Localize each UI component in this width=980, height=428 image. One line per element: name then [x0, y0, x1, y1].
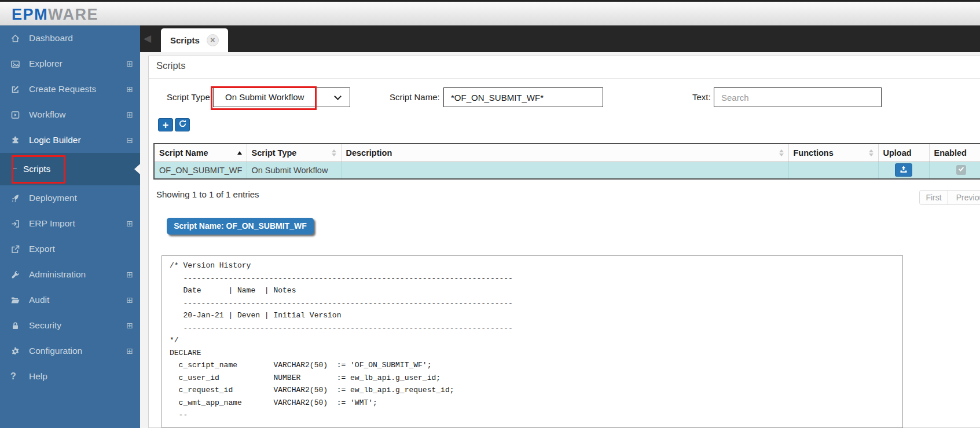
- folder-open-icon: [10, 295, 21, 305]
- expand-icon[interactable]: ⊞: [126, 85, 133, 94]
- table-header-row: Script Name Script Type Description Func…: [154, 144, 980, 162]
- close-icon[interactable]: ×: [207, 34, 219, 46]
- epmware-logo: EPMWARE: [12, 6, 98, 24]
- sidebar-item-label: Dashboard: [29, 33, 73, 43]
- scripts-panel: Scripts Script Type: On Submit Workflow …: [148, 56, 980, 428]
- collapse-icon[interactable]: ⊟: [126, 136, 133, 145]
- gear-icon: [10, 346, 21, 356]
- cell-functions: [788, 162, 878, 179]
- tab-bar: ◀ Scripts ×: [140, 25, 980, 52]
- edit-icon: [10, 85, 21, 94]
- cell-script-name: OF_ON_SUBMIT_WF: [154, 162, 247, 179]
- column-header-upload: Upload: [878, 144, 929, 162]
- sidebar-item-label: ERP Import: [29, 218, 75, 229]
- sidebar-item-workflow[interactable]: Workflow ⊞: [0, 102, 140, 127]
- enabled-checkbox: [956, 165, 966, 175]
- script-code-editor[interactable]: /* Version History ---------------------…: [162, 256, 902, 428]
- column-header-description[interactable]: Description: [341, 144, 788, 162]
- sidebar-item-label: Help: [29, 371, 47, 382]
- sort-both-icon: [332, 149, 336, 156]
- script-type-label: Script Type:: [167, 87, 212, 107]
- expand-icon[interactable]: ⊞: [126, 321, 133, 330]
- question-icon: ?: [10, 372, 21, 382]
- logo-secondary: WARE: [48, 6, 98, 23]
- sidebar-item-administration[interactable]: Administration ⊞: [0, 262, 140, 287]
- lock-icon: [10, 321, 21, 331]
- sidebar-item-label: Administration: [29, 269, 86, 280]
- sidebar-item-deployment[interactable]: Deployment: [0, 185, 140, 211]
- expand-icon[interactable]: ⊞: [126, 346, 133, 356]
- cell-upload: [878, 162, 929, 179]
- export-icon: [10, 244, 21, 254]
- sidebar-item-dashboard[interactable]: Dashboard: [0, 25, 140, 51]
- sidebar-item-audit[interactable]: Audit ⊞: [0, 287, 140, 313]
- expand-icon[interactable]: ⊞: [126, 295, 133, 305]
- upload-button[interactable]: [895, 163, 912, 177]
- puzzle-icon: [10, 136, 21, 145]
- divider: [149, 78, 980, 79]
- sidebar-item-create-requests[interactable]: Create Requests ⊞: [0, 76, 140, 102]
- home-icon: [10, 34, 21, 43]
- expand-icon[interactable]: ⊞: [126, 59, 133, 68]
- sidebar-item-erp-import[interactable]: ERP Import ⊞: [0, 211, 140, 236]
- column-header-functions[interactable]: Functions: [788, 144, 878, 162]
- script-code-panel: /* Version History ---------------------…: [162, 255, 903, 428]
- tab-scroll-left-icon[interactable]: ◀: [144, 32, 151, 45]
- sidebar-item-help[interactable]: ? Help: [0, 364, 140, 389]
- script-name-input[interactable]: [443, 87, 603, 107]
- expand-icon[interactable]: ⊞: [126, 270, 133, 279]
- sort-both-icon: [869, 149, 873, 156]
- wrench-icon: [10, 270, 21, 280]
- sidebar-item-label: Explorer: [29, 58, 63, 69]
- table-row[interactable]: OF_ON_SUBMIT_WF On Submit Workflow: [154, 162, 980, 179]
- column-header-script-type[interactable]: Script Type: [247, 144, 341, 162]
- refresh-icon: [178, 119, 187, 130]
- pagination-previous-button[interactable]: Previous: [948, 190, 980, 205]
- refresh-button[interactable]: [175, 118, 190, 131]
- tab-label: Scripts: [170, 35, 200, 45]
- sidebar: Dashboard Explorer ⊞ Create Requests ⊞ W…: [0, 25, 140, 428]
- sidebar-item-label: Security: [29, 320, 61, 331]
- sidebar-item-security[interactable]: Security ⊞: [0, 313, 140, 338]
- sidebar-item-export[interactable]: Export: [0, 236, 140, 262]
- sidebar-item-label: Deployment: [29, 193, 77, 203]
- cell-description: [341, 162, 788, 179]
- pagination-first-button[interactable]: First: [919, 190, 948, 205]
- tab-scripts[interactable]: Scripts ×: [161, 28, 228, 52]
- cell-enabled: [929, 162, 980, 179]
- sidebar-item-label: Workflow: [29, 109, 65, 120]
- sidebar-item-configuration[interactable]: Configuration ⊞: [0, 338, 140, 364]
- script-type-value: On Submit Workflow: [225, 92, 304, 102]
- add-button[interactable]: +: [158, 118, 173, 131]
- script-type-select[interactable]: On Submit Workflow: [213, 87, 350, 107]
- play-icon: [10, 110, 21, 120]
- sidebar-item-explorer[interactable]: Explorer ⊞: [0, 51, 140, 76]
- sort-asc-icon: [237, 151, 242, 155]
- active-item-arrow-icon: [134, 164, 140, 174]
- script-name-badge: Script Name: OF_ON_SUBMIT_WF: [167, 218, 314, 235]
- annotation-highlight-scripts: [12, 155, 65, 184]
- sidebar-item-label: Create Requests: [29, 84, 96, 94]
- sidebar-item-label: Logic Builder: [29, 135, 81, 145]
- chevron-down-icon: [334, 93, 342, 100]
- logo-primary: EPM: [12, 6, 48, 23]
- page-title: Scripts: [156, 60, 185, 71]
- scripts-table: Script Name Script Type Description Func…: [153, 143, 980, 180]
- expand-icon[interactable]: ⊞: [126, 219, 133, 228]
- sidebar-item-logic-builder[interactable]: Logic Builder ⊟: [0, 127, 140, 153]
- image-icon: [10, 59, 21, 69]
- app-header: EPMWARE: [0, 0, 980, 25]
- column-header-script-name[interactable]: Script Name: [154, 144, 247, 162]
- table-summary: Showing 1 to 1 of 1 entries: [156, 189, 259, 199]
- sidebar-item-label: Export: [29, 244, 55, 254]
- sidebar-item-label: Audit: [29, 295, 49, 305]
- text-label: Text:: [692, 87, 711, 107]
- expand-icon[interactable]: ⊞: [126, 110, 133, 119]
- sort-both-icon: [779, 149, 784, 156]
- script-name-label: Script Name:: [390, 87, 440, 107]
- main-content: Scripts Script Type: On Submit Workflow …: [140, 52, 980, 428]
- sign-in-icon: [10, 219, 21, 229]
- plus-icon: +: [163, 119, 169, 131]
- text-search-input[interactable]: [714, 87, 882, 107]
- sidebar-item-label: Configuration: [29, 346, 82, 356]
